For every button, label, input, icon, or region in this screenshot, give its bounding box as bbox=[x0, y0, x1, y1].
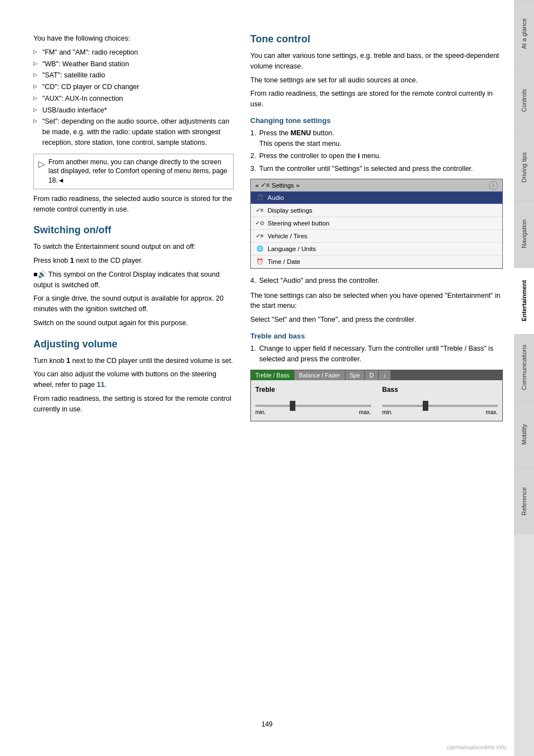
switching-p5: Switch on the sound output again for thi… bbox=[33, 318, 234, 328]
treble-slider[interactable] bbox=[255, 405, 371, 407]
vehicle-label: Vehicle / Tires bbox=[268, 233, 308, 239]
treble-label: Treble bbox=[255, 386, 371, 394]
treble-bass-panel: Treble / Bass Balance / Fader Spe D ↕ Tr… bbox=[250, 370, 503, 421]
tone-steps: 1. Press the MENU button.This opens the … bbox=[250, 128, 503, 174]
changing-tone-title: Changing tone settings bbox=[250, 116, 503, 125]
switching-p4: For a single drive, the sound output is … bbox=[33, 293, 234, 315]
sidebar-tab-communications[interactable]: Communications bbox=[514, 334, 534, 401]
settings-menu-header: « ✓≡ Settings » i bbox=[251, 179, 502, 192]
note-text: From another menu, you can change direct… bbox=[48, 158, 229, 185]
note-icon: ▷ bbox=[38, 158, 45, 170]
menu-item-audio: 🎵 Audio bbox=[251, 192, 502, 204]
step-3: 3. Turn the controller until "Settings" … bbox=[250, 164, 503, 174]
tone-also-p1: The tone settings can also be selected w… bbox=[250, 291, 503, 312]
list-item: "CD": CD player or CD changer bbox=[33, 82, 234, 92]
tone-p2: The tone settings are set for all audio … bbox=[250, 75, 503, 86]
adjusting-title: Adjusting volume bbox=[33, 338, 234, 350]
step4-list: 4. Select "Audio" and press the controll… bbox=[250, 276, 503, 286]
radio-readiness-note: From radio readiness, the selected audio… bbox=[33, 194, 234, 215]
switching-p1: To switch the Entertainment sound output… bbox=[33, 242, 234, 252]
treble-step-1: 1. Change to upper field if necessary. T… bbox=[250, 343, 503, 365]
adj-p3: From radio readiness, the setting is sto… bbox=[33, 394, 234, 415]
watermark: carmanualsonline.info bbox=[447, 744, 506, 750]
step-4: 4. Select "Audio" and press the controll… bbox=[250, 276, 503, 286]
bass-knob bbox=[423, 401, 428, 411]
nav-left-icon: « bbox=[255, 182, 259, 189]
list-item: "Set": depending on the audio source, ot… bbox=[33, 116, 234, 148]
sidebar-tab-at-a-glance[interactable]: At a glance bbox=[514, 0, 534, 67]
treble-bass-title: Treble and bass bbox=[250, 332, 503, 340]
bass-labels: min. max. bbox=[382, 409, 498, 415]
switching-section: Switching on/off To switch the Entertain… bbox=[33, 224, 234, 328]
treble-section: Treble min. max. bbox=[255, 386, 371, 415]
tone-p3: From radio readiness, the settings are s… bbox=[250, 89, 503, 110]
page-container: You have the following choices: "FM" and… bbox=[0, 0, 534, 756]
tone-title: Tone control bbox=[250, 33, 503, 45]
time-label: Time / Date bbox=[268, 258, 300, 265]
sidebar-tab-controls[interactable]: Controls bbox=[514, 67, 534, 134]
choices-list: "FM" and "AM": radio reception "WB": Wea… bbox=[33, 47, 234, 148]
adjusting-section: Adjusting volume Turn knob 1 next to the… bbox=[33, 338, 234, 415]
main-content: You have the following choices: "FM" and… bbox=[0, 0, 514, 756]
note-box: ▷ From another menu, you can change dire… bbox=[33, 154, 234, 189]
treble-labels: min. max. bbox=[255, 409, 371, 415]
tab-d[interactable]: D bbox=[365, 370, 379, 380]
list-item: USB/audio interface* bbox=[33, 105, 234, 116]
list-item: "WB": Weather Band station bbox=[33, 59, 234, 70]
menu-item-steering: ✓⊙ Steering wheel button bbox=[251, 217, 502, 230]
audio-icon: 🎵 bbox=[255, 193, 264, 202]
step-2: 2. Press the controller to open the i me… bbox=[250, 151, 503, 161]
bass-track bbox=[382, 405, 498, 407]
nav-right-icon: » bbox=[296, 182, 299, 189]
left-column: You have the following choices: "FM" and… bbox=[33, 33, 234, 723]
audio-label: Audio bbox=[268, 194, 284, 201]
language-label: Language / Units bbox=[268, 246, 316, 252]
menu-item-display: ✓≡ Display settings bbox=[251, 204, 502, 217]
right-column: Tone control You can alter various tone … bbox=[250, 33, 503, 723]
sidebar: At a glance Controls Driving tips Naviga… bbox=[514, 0, 534, 756]
list-item: "SAT": satellite radio bbox=[33, 70, 234, 81]
switching-title: Switching on/off bbox=[33, 224, 234, 236]
sidebar-tab-driving-tips[interactable]: Driving tips bbox=[514, 134, 534, 200]
display-label: Display settings bbox=[268, 207, 313, 214]
tab-treble-bass[interactable]: Treble / Bass bbox=[251, 370, 294, 380]
tab-arrow[interactable]: ↕ bbox=[379, 370, 391, 380]
bass-label: Bass bbox=[382, 386, 498, 394]
language-icon: 🌐 bbox=[255, 244, 264, 253]
bass-section: Bass min. max. bbox=[382, 386, 498, 415]
bass-slider[interactable] bbox=[382, 405, 498, 407]
sidebar-tab-navigation[interactable]: Navigation bbox=[514, 200, 534, 267]
checkmark-icon: ✓≡ bbox=[261, 181, 269, 189]
tone-also-p2: Select "Set" and then "Tone", and press … bbox=[250, 315, 503, 325]
menu-item-language: 🌐 Language / Units bbox=[251, 243, 502, 256]
page-number: 149 bbox=[261, 709, 273, 739]
tab-spe[interactable]: Spe bbox=[345, 370, 365, 380]
steering-icon: ✓⊙ bbox=[255, 219, 264, 228]
steering-label: Steering wheel button bbox=[268, 220, 329, 227]
step-1: 1. Press the MENU button.This opens the … bbox=[250, 128, 503, 149]
list-item: "FM" and "AM": radio reception bbox=[33, 47, 234, 58]
time-icon: ⏰ bbox=[255, 257, 264, 266]
tb-body: Treble min. max. Bass bbox=[251, 380, 502, 421]
display-icon: ✓≡ bbox=[255, 206, 264, 215]
tb-header: Treble / Bass Balance / Fader Spe D ↕ bbox=[251, 370, 502, 380]
menu-item-time: ⏰ Time / Date bbox=[251, 256, 502, 268]
sidebar-tab-entertainment[interactable]: Entertainment bbox=[514, 267, 534, 334]
sidebar-tab-reference[interactable]: Reference bbox=[514, 468, 534, 534]
header-label: Settings bbox=[272, 182, 294, 189]
header-text: « ✓≡ Settings » bbox=[255, 181, 299, 189]
intro-text: You have the following choices: bbox=[33, 33, 234, 44]
tone-p1: You can alter various tone settings, e.g… bbox=[250, 51, 503, 72]
treble-steps: 1. Change to upper field if necessary. T… bbox=[250, 343, 503, 365]
list-item: "AUX": AUX-In connection bbox=[33, 94, 234, 104]
sidebar-tab-mobility[interactable]: Mobility bbox=[514, 401, 534, 468]
adj-p1: Turn knob 1 next to the CD player until … bbox=[33, 356, 234, 366]
adj-p2: You can also adjust the volume with butt… bbox=[33, 369, 234, 390]
info-icon: i bbox=[489, 181, 498, 190]
vehicle-icon: ✓≡ bbox=[255, 232, 264, 240]
tab-balance-fader[interactable]: Balance / Fader bbox=[294, 370, 345, 380]
treble-track bbox=[255, 405, 371, 407]
settings-menu: « ✓≡ Settings » i 🎵 Audio ✓≡ Display set… bbox=[250, 179, 503, 269]
switching-p3: ■🔊 This symbol on the Control Display in… bbox=[33, 269, 234, 291]
switching-p2: Press knob 1 next to the CD player. bbox=[33, 256, 234, 266]
